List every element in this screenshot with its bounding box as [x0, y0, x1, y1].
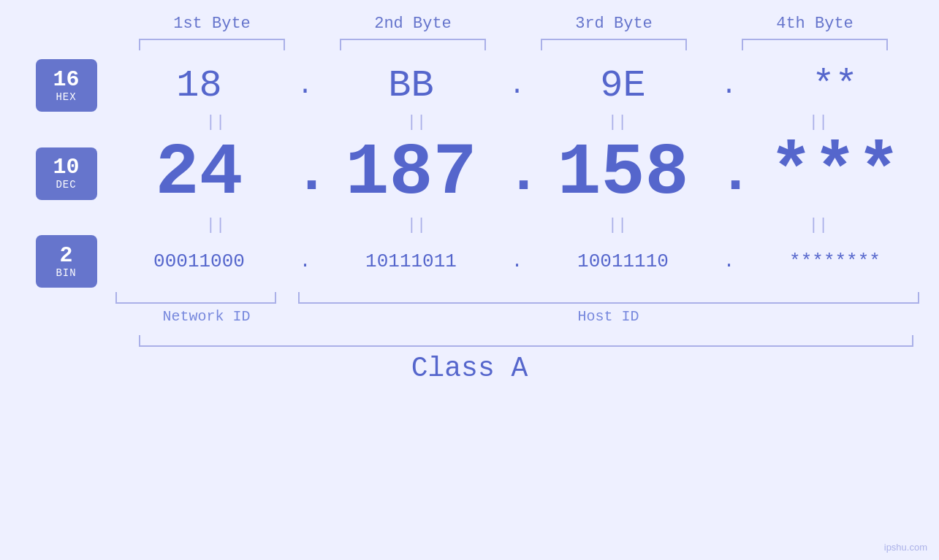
host-bracket	[298, 292, 919, 304]
byte4-header: 4th Byte	[734, 15, 895, 33]
eq1-1: ||	[135, 113, 296, 131]
bin-row: 2 BIN 00011000 . 10111011 . 10011110 . *…	[17, 235, 923, 288]
hex-byte2: BB	[331, 64, 492, 107]
hex-base-name: HEX	[56, 92, 76, 103]
bin-dot3: .	[718, 250, 740, 272]
dec-byte3: 158	[543, 132, 704, 215]
dec-base-label: 10 DEC	[36, 147, 97, 200]
byte3-header: 3rd Byte	[533, 15, 694, 33]
eq2-2: ||	[336, 216, 497, 234]
bin-base-num: 2	[59, 244, 72, 268]
host-id-label: Host ID	[298, 308, 919, 325]
bin-byte3: 10011110	[543, 250, 704, 272]
dec-base-num: 10	[53, 156, 79, 180]
dec-dot2: .	[506, 140, 528, 207]
top-brackets	[112, 39, 916, 50]
main-container: 1st Byte 2nd Byte 3rd Byte 4th Byte 16 H…	[0, 0, 939, 560]
big-bottom-bracket	[139, 335, 913, 347]
hex-byte3: 9E	[543, 64, 704, 107]
hex-byte1: 18	[119, 64, 280, 107]
dec-dot1: .	[294, 140, 316, 207]
bin-base-name: BIN	[56, 268, 76, 279]
eq1-2: ||	[336, 113, 497, 131]
bracket-top-3	[541, 39, 687, 50]
bin-base-label: 2 BIN	[36, 235, 97, 288]
network-bracket	[115, 292, 276, 304]
eq2-3: ||	[537, 216, 698, 234]
id-labels: Network ID Host ID	[115, 308, 919, 325]
bin-dot2: .	[506, 250, 528, 272]
dec-values: 24 . 187 . 158 . ***	[112, 132, 923, 215]
bin-dot1: .	[294, 250, 316, 272]
bin-byte4: ********	[755, 250, 916, 272]
hex-values: 18 . BB . 9E . **	[112, 64, 923, 107]
dec-byte1: 24	[119, 132, 280, 215]
bin-values: 00011000 . 10111011 . 10011110 . *******…	[112, 250, 923, 272]
hex-label-area: 16 HEX	[17, 59, 112, 112]
bottom-brackets	[115, 292, 919, 304]
eq1-3: ||	[537, 113, 698, 131]
hex-dot1: .	[294, 71, 316, 101]
hex-dot2: .	[506, 71, 528, 101]
hex-base-num: 16	[53, 68, 79, 92]
dec-dot3: .	[718, 140, 740, 207]
equals-row-2: || || || ||	[115, 215, 919, 235]
hex-dot3: .	[718, 71, 740, 101]
dec-base-name: DEC	[56, 180, 76, 191]
hex-base-label: 16 HEX	[36, 59, 97, 112]
equals-row-1: || || || ||	[115, 112, 919, 132]
bracket-top-1	[139, 39, 285, 50]
dec-label-area: 10 DEC	[17, 147, 112, 200]
byte-headers: 1st Byte 2nd Byte 3rd Byte 4th Byte	[112, 15, 916, 33]
byte1-header: 1st Byte	[132, 15, 292, 33]
bracket-top-4	[742, 39, 888, 50]
dec-row: 10 DEC 24 . 187 . 158 . ***	[17, 132, 923, 215]
bin-byte2: 10111011	[331, 250, 492, 272]
bin-label-area: 2 BIN	[17, 235, 112, 288]
eq1-4: ||	[738, 113, 899, 131]
hex-byte4: **	[755, 64, 916, 107]
eq2-1: ||	[135, 216, 296, 234]
dec-byte4: ***	[755, 132, 916, 215]
eq2-4: ||	[738, 216, 899, 234]
watermark: ipshu.com	[884, 542, 927, 553]
dec-byte2: 187	[331, 132, 492, 215]
byte2-header: 2nd Byte	[332, 15, 493, 33]
bracket-top-2	[340, 39, 486, 50]
class-label: Class A	[0, 353, 939, 384]
hex-row: 16 HEX 18 . BB . 9E . **	[17, 59, 923, 112]
network-id-label: Network ID	[115, 308, 298, 325]
bin-byte1: 00011000	[119, 250, 280, 272]
